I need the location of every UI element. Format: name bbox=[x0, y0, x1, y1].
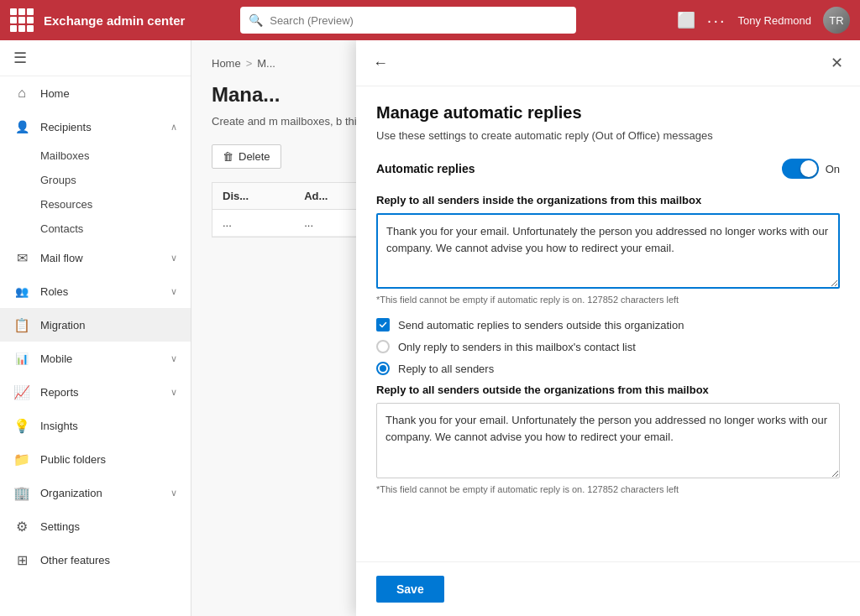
chevron-down-roles-icon: ∨ bbox=[170, 286, 177, 297]
otherfeatures-icon: ⊞ bbox=[13, 551, 30, 568]
only-contact-label: Only reply to senders in this mailbox's … bbox=[398, 341, 636, 353]
delete-icon: 🗑 bbox=[223, 150, 233, 163]
sidebar-label-organization: Organization bbox=[40, 487, 160, 499]
save-button[interactable]: Save bbox=[376, 576, 444, 603]
sidebar-item-publicfolders[interactable]: 📁 Public folders bbox=[0, 442, 191, 476]
outside-reply-textarea[interactable]: Thank you for your email. Unfortunately … bbox=[376, 403, 840, 478]
topbar: Exchange admin center 🔍 ⬜ ··· Tony Redmo… bbox=[0, 0, 860, 40]
breadcrumb-current: M... bbox=[257, 57, 275, 70]
chevron-down-mailflow-icon: ∨ bbox=[170, 253, 177, 264]
monitor-icon[interactable]: ⬜ bbox=[677, 11, 695, 29]
more-options-icon[interactable]: ··· bbox=[707, 11, 726, 30]
sidebar: ☰ ⌂ Home 👤 Recipients ∧ Mailboxes Groups… bbox=[0, 40, 191, 616]
sidebar-item-organization[interactable]: 🏢 Organization ∨ bbox=[0, 476, 191, 509]
mailflow-icon: ✉ bbox=[13, 249, 30, 266]
content-area: Home > M... Mana... Create and m mailbox… bbox=[191, 40, 860, 616]
manage-replies-panel: ← ✕ Manage automatic replies Use these s… bbox=[356, 40, 860, 616]
toggle-knob bbox=[800, 160, 817, 177]
sidebar-label-settings: Settings bbox=[40, 520, 177, 533]
publicfolders-icon: 📁 bbox=[13, 451, 30, 467]
waffle-menu[interactable] bbox=[10, 8, 34, 32]
sidebar-item-groups[interactable]: Groups bbox=[40, 168, 191, 192]
sidebar-label-roles: Roles bbox=[40, 285, 160, 298]
sidebar-item-recipients[interactable]: 👤 Recipients ∧ bbox=[0, 110, 191, 144]
sidebar-label-recipients: Recipients bbox=[40, 121, 160, 133]
chevron-down-org-icon: ∨ bbox=[170, 488, 177, 499]
sidebar-item-mobile[interactable]: 📊 Mobile ∨ bbox=[0, 342, 191, 375]
sidebar-item-insights[interactable]: 💡 Insights bbox=[0, 409, 191, 442]
sidebar-item-settings[interactable]: ⚙ Settings bbox=[0, 509, 191, 543]
mobile-icon: 📊 bbox=[13, 350, 30, 367]
panel-close-button[interactable]: ✕ bbox=[831, 54, 843, 72]
roles-icon: 👥 bbox=[13, 283, 30, 300]
reply-all-row: Reply to all senders bbox=[376, 362, 840, 375]
sidebar-item-resources[interactable]: Resources bbox=[40, 192, 191, 217]
breadcrumb-home[interactable]: Home bbox=[212, 57, 241, 70]
automatic-replies-toggle[interactable] bbox=[782, 159, 819, 179]
outside-field-note: *This field cannot be empty if automatic… bbox=[376, 484, 840, 494]
sidebar-label-home: Home bbox=[40, 87, 177, 100]
inside-field-note: *This field cannot be empty if automatic… bbox=[376, 295, 840, 305]
sidebar-item-mailflow[interactable]: ✉ Mail flow ∨ bbox=[0, 241, 191, 274]
reply-all-radio[interactable] bbox=[376, 362, 390, 375]
panel-header: ← ✕ bbox=[356, 40, 860, 86]
sidebar-label-insights: Insights bbox=[40, 420, 177, 432]
send-outside-row: Send automatic replies to senders outsid… bbox=[376, 318, 840, 331]
reply-all-label: Reply to all senders bbox=[398, 363, 494, 375]
chevron-up-icon: ∧ bbox=[170, 122, 177, 133]
automatic-replies-label: Automatic replies bbox=[376, 162, 782, 175]
sidebar-label-mailflow: Mail flow bbox=[40, 252, 160, 264]
app-title: Exchange admin center bbox=[44, 13, 185, 28]
outside-reply-label: Reply to all senders outside the organiz… bbox=[376, 384, 840, 396]
radio-dot bbox=[380, 365, 386, 372]
organization-icon: 🏢 bbox=[13, 484, 30, 501]
breadcrumb-separator: > bbox=[246, 57, 253, 70]
panel-title: Manage automatic replies bbox=[376, 103, 840, 123]
sidebar-collapse-button[interactable]: ☰ bbox=[0, 40, 191, 76]
main-layout: ☰ ⌂ Home 👤 Recipients ∧ Mailboxes Groups… bbox=[0, 40, 860, 616]
panel-back-button[interactable]: ← bbox=[373, 55, 388, 72]
reports-icon: 📈 bbox=[13, 384, 30, 400]
sidebar-item-roles[interactable]: 👥 Roles ∨ bbox=[0, 274, 191, 308]
delete-label: Delete bbox=[239, 150, 270, 163]
toggle-state-label: On bbox=[826, 163, 840, 175]
search-icon: 🔍 bbox=[249, 13, 263, 27]
only-contact-row: Only reply to senders in this mailbox's … bbox=[376, 340, 840, 353]
chevron-down-reports-icon: ∨ bbox=[170, 387, 177, 398]
automatic-replies-row: Automatic replies On bbox=[376, 159, 840, 179]
search-input[interactable] bbox=[270, 14, 568, 27]
sidebar-label-otherfeatures: Other features bbox=[40, 554, 177, 566]
home-icon: ⌂ bbox=[13, 85, 30, 102]
settings-icon: ⚙ bbox=[13, 518, 30, 535]
send-outside-checkbox[interactable] bbox=[376, 318, 390, 331]
topbar-right: ⬜ ··· Tony Redmond TR bbox=[677, 7, 850, 34]
inside-reply-textarea[interactable]: Thank you for your email. Unfortunately … bbox=[376, 213, 840, 289]
delete-button[interactable]: 🗑 Delete bbox=[212, 144, 281, 169]
toggle-container: On bbox=[782, 159, 840, 179]
inside-reply-label: Reply to all senders inside the organiza… bbox=[376, 194, 840, 206]
chevron-down-mobile-icon: ∨ bbox=[170, 353, 177, 364]
sidebar-item-otherfeatures[interactable]: ⊞ Other features bbox=[0, 543, 191, 577]
insights-icon: 💡 bbox=[13, 417, 30, 434]
only-contact-radio[interactable] bbox=[376, 340, 390, 353]
save-label: Save bbox=[396, 582, 424, 596]
sidebar-item-contacts[interactable]: Contacts bbox=[40, 217, 191, 241]
migration-icon: 📋 bbox=[13, 316, 30, 333]
sidebar-label-publicfolders: Public folders bbox=[40, 453, 177, 466]
username[interactable]: Tony Redmond bbox=[738, 14, 811, 27]
sidebar-item-reports[interactable]: 📈 Reports ∨ bbox=[0, 375, 191, 409]
panel-body: Manage automatic replies Use these setti… bbox=[356, 86, 860, 561]
recipients-icon: 👤 bbox=[13, 118, 30, 135]
panel-footer: Save bbox=[356, 561, 860, 616]
panel-subtitle: Use these settings to create automatic r… bbox=[376, 129, 840, 142]
avatar[interactable]: TR bbox=[823, 7, 850, 34]
sidebar-label-migration: Migration bbox=[40, 319, 177, 331]
search-bar[interactable]: 🔍 bbox=[240, 7, 576, 34]
sidebar-label-mobile: Mobile bbox=[40, 352, 160, 365]
col-display[interactable]: Dis... bbox=[212, 183, 294, 210]
sidebar-item-migration[interactable]: 📋 Migration bbox=[0, 308, 191, 342]
send-outside-label: Send automatic replies to senders outsid… bbox=[398, 319, 684, 331]
sidebar-item-home[interactable]: ⌂ Home bbox=[0, 76, 191, 110]
sidebar-item-mailboxes[interactable]: Mailboxes bbox=[40, 144, 191, 168]
sidebar-label-reports: Reports bbox=[40, 386, 160, 399]
